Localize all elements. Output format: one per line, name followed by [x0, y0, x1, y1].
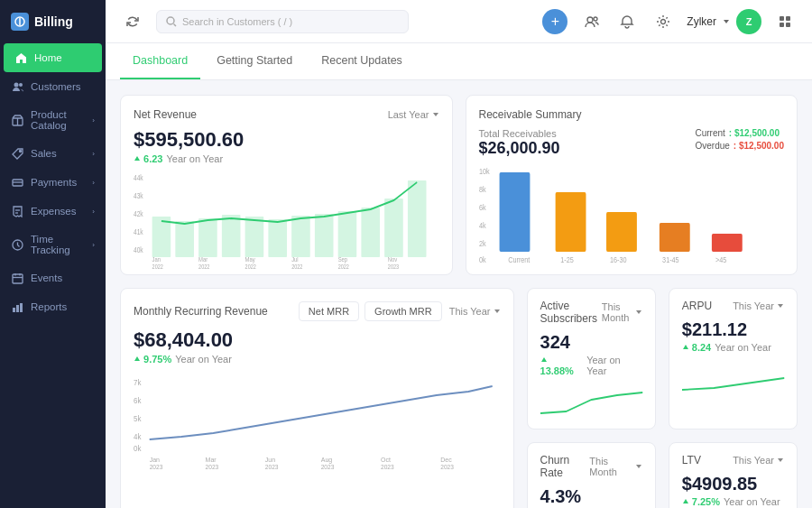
app-logo: Billing — [0, 0, 106, 43]
svg-text:2022: 2022 — [245, 263, 257, 270]
svg-text:41k: 41k — [134, 227, 143, 236]
svg-marker-96 — [541, 357, 547, 362]
sidebar-item-sales[interactable]: Sales › — [0, 139, 106, 168]
net-revenue-change: 6.23 — [134, 153, 162, 164]
svg-rect-68 — [606, 212, 637, 252]
mrr-title: Monthly Recurring Revenue — [134, 305, 268, 318]
clock-icon — [11, 238, 23, 251]
tabs-bar: Dashboard Getting Started Recent Updates — [106, 43, 812, 80]
svg-text:5k: 5k — [134, 414, 142, 424]
refresh-icon[interactable] — [120, 9, 145, 34]
svg-point-23 — [661, 19, 666, 23]
mrr-period-chevron-icon — [494, 308, 501, 315]
credit-card-icon — [11, 176, 23, 189]
svg-rect-18 — [20, 303, 23, 312]
sidebar-item-customers[interactable]: Customers — [0, 72, 106, 101]
chevron-time-icon: › — [92, 241, 95, 249]
arpu-value: $211.12 — [682, 319, 784, 340]
receivable-card: Receivable Summary Total Receivables $26… — [466, 95, 798, 275]
sidebar-item-product-catalog[interactable]: Product Catalog › — [0, 101, 106, 139]
active-sub-period[interactable]: This Month — [602, 301, 642, 323]
mrr-arrow-up-icon — [134, 356, 141, 363]
svg-text:Nov: Nov — [388, 255, 398, 263]
svg-text:2023: 2023 — [150, 464, 163, 470]
period-chevron-icon — [432, 111, 439, 118]
chevron-sales-icon: › — [92, 150, 95, 158]
svg-point-19 — [167, 17, 174, 24]
svg-rect-40 — [245, 217, 264, 257]
net-mrr-button[interactable]: Net MRR — [299, 301, 359, 321]
svg-text:2k: 2k — [479, 239, 486, 248]
sidebar-label-product-catalog: Product Catalog — [31, 109, 85, 131]
sidebar-label-events: Events — [31, 272, 62, 283]
sidebar-item-reports[interactable]: Reports — [0, 292, 106, 321]
svg-marker-30 — [134, 156, 140, 161]
mini-row-1: Active Subscribers This Month 324 — [527, 288, 798, 429]
user-info[interactable]: Zylker Z — [687, 9, 761, 34]
active-sub-value: 324 — [540, 332, 642, 353]
top-bar: Search in Customers ( / ) + Zylker Z — [106, 0, 812, 43]
chevron-expenses-icon: › — [92, 208, 95, 216]
mini-cards-column: Active Subscribers This Month 324 — [527, 288, 798, 508]
arpu-header: ARPU This Year — [682, 300, 784, 312]
sidebar-label-customers: Customers — [31, 81, 81, 92]
svg-rect-16 — [13, 308, 15, 312]
svg-text:6k: 6k — [479, 203, 486, 212]
svg-rect-66 — [499, 172, 530, 252]
bar-chart-icon — [11, 300, 23, 313]
svg-marker-77 — [134, 356, 140, 361]
svg-text:Current: Current — [508, 255, 531, 264]
arpu-sub: 8.24 Year on Year — [682, 342, 784, 353]
net-revenue-value: $595,500.60 — [134, 128, 439, 152]
arpu-arrow-icon — [682, 344, 689, 351]
chevron-down-icon — [722, 17, 731, 26]
mrr-buttons: Net MRR Growth MRR — [299, 301, 442, 321]
sidebar-item-expenses[interactable]: Expenses › — [0, 197, 106, 226]
overdue-label: Overdue — [695, 141, 729, 151]
svg-text:2023: 2023 — [265, 464, 279, 470]
svg-text:>45: >45 — [715, 255, 726, 264]
sidebar-label-expenses: Expenses — [31, 206, 77, 217]
mrr-header: Monthly Recurring Revenue Net MRR Growth… — [134, 301, 501, 321]
active-sub-title: Active Subscribers — [540, 300, 602, 325]
net-revenue-period[interactable]: Last Year — [388, 109, 439, 120]
growth-mrr-button[interactable]: Growth MRR — [364, 301, 442, 321]
churn-title: Churn Rate — [540, 454, 590, 479]
user-avatar: Z — [736, 9, 761, 34]
grid-icon[interactable] — [772, 9, 798, 34]
svg-text:2022: 2022 — [152, 263, 164, 270]
sidebar-item-events[interactable]: Events — [0, 263, 106, 292]
svg-marker-95 — [636, 310, 641, 314]
sub-arrow-up-icon — [540, 356, 548, 364]
add-button[interactable]: + — [542, 9, 567, 34]
mrr-sub: 9.75% Year on Year — [134, 354, 501, 365]
arpu-title: ARPU — [682, 300, 712, 312]
row-2: Monthly Recurring Revenue Net MRR Growth… — [120, 288, 798, 508]
tab-dashboard[interactable]: Dashboard — [120, 43, 200, 79]
page-content: Net Revenue Last Year $595,500.60 6.23 Y… — [106, 80, 812, 508]
tab-getting-started[interactable]: Getting Started — [204, 43, 305, 79]
settings-icon[interactable] — [651, 9, 676, 34]
arpu-period[interactable]: This Year — [733, 300, 784, 311]
sidebar-item-payments[interactable]: Payments › — [0, 168, 106, 197]
svg-text:8k: 8k — [479, 185, 486, 194]
svg-rect-25 — [780, 16, 784, 21]
churn-period[interactable]: This Month — [589, 456, 641, 477]
active-sub-chart — [540, 382, 642, 418]
svg-text:2023: 2023 — [206, 464, 219, 470]
ltv-period[interactable]: This Year — [733, 455, 784, 466]
bell-icon[interactable] — [614, 9, 640, 34]
dashboard-grid: Net Revenue Last Year $595,500.60 6.23 Y… — [106, 80, 812, 508]
mrr-period[interactable]: This Year — [449, 306, 501, 317]
sidebar-item-time-tracking[interactable]: Time Tracking › — [0, 226, 106, 263]
search-box[interactable]: Search in Customers ( / ) — [156, 10, 409, 33]
mrr-value: $68,404.00 — [134, 328, 501, 352]
ltv-arrow-icon — [682, 498, 689, 505]
sidebar-item-home[interactable]: Home — [4, 43, 102, 72]
tab-recent-updates[interactable]: Recent Updates — [309, 43, 415, 79]
receipt-icon — [11, 205, 23, 217]
search-placeholder: Search in Customers ( / ) — [182, 16, 292, 27]
contacts-icon[interactable] — [578, 9, 604, 34]
svg-rect-42 — [291, 216, 310, 257]
svg-text:42k: 42k — [134, 209, 143, 218]
